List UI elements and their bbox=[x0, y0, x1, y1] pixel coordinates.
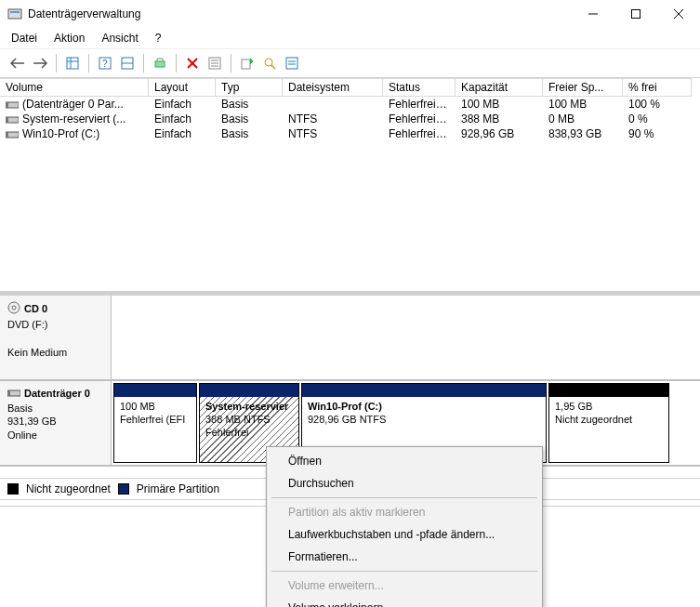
legend-swatch-primary bbox=[118, 483, 129, 495]
menu-bar: Datei Aktion Ansicht ? bbox=[0, 28, 700, 49]
svg-line-22 bbox=[271, 65, 275, 69]
app-icon bbox=[7, 7, 22, 21]
disk-cd-line3: Kein Medium bbox=[7, 347, 67, 358]
svg-rect-31 bbox=[6, 132, 8, 138]
col-type[interactable]: Typ bbox=[216, 78, 283, 97]
layout-icon[interactable] bbox=[117, 53, 138, 73]
properties-icon[interactable] bbox=[205, 53, 225, 73]
svg-rect-20 bbox=[242, 59, 250, 69]
view-grid-icon[interactable] bbox=[62, 53, 83, 73]
table-row[interactable]: (Datenträger 0 Par...EinfachBasisFehlerf… bbox=[0, 97, 700, 112]
svg-text:?: ? bbox=[102, 59, 108, 69]
close-button[interactable] bbox=[657, 0, 700, 28]
table-row[interactable]: System-reserviert (...EinfachBasisNTFSFe… bbox=[0, 112, 700, 126]
ctx-mark-active: Partition als aktiv markieren bbox=[270, 501, 539, 523]
hdd-icon bbox=[7, 388, 20, 402]
svg-rect-27 bbox=[6, 102, 8, 108]
table-row[interactable]: Win10-Prof (C:)EinfachBasisNTFSFehlerfre… bbox=[0, 126, 700, 141]
partition[interactable]: 1,95 GBNicht zugeordnet bbox=[548, 383, 669, 463]
svg-point-21 bbox=[265, 59, 272, 66]
window-title: Datenträgerverwaltung bbox=[28, 7, 572, 20]
svg-rect-6 bbox=[67, 58, 78, 69]
col-volume[interactable]: Volume bbox=[0, 78, 149, 97]
volume-table-header: Volume Layout Typ Dateisystem Status Kap… bbox=[0, 78, 700, 97]
col-layout[interactable]: Layout bbox=[149, 78, 216, 97]
search-icon[interactable] bbox=[259, 53, 280, 73]
disk0-size: 931,39 GB bbox=[7, 416, 57, 427]
refresh-icon[interactable] bbox=[237, 53, 258, 73]
svg-rect-3 bbox=[632, 10, 641, 19]
list-icon[interactable] bbox=[282, 53, 302, 73]
help-icon[interactable]: ? bbox=[95, 53, 115, 73]
minimize-button[interactable] bbox=[572, 0, 614, 28]
col-capacity[interactable]: Kapazität bbox=[456, 78, 543, 97]
svg-point-33 bbox=[12, 306, 16, 310]
menu-action[interactable]: Aktion bbox=[54, 32, 85, 45]
svg-rect-0 bbox=[8, 9, 21, 19]
ctx-change-letter[interactable]: Laufwerkbuchstaben und -pfade ändern... bbox=[270, 523, 539, 546]
forward-button[interactable] bbox=[30, 53, 50, 73]
ctx-format[interactable]: Formatieren... bbox=[270, 546, 539, 547]
title-bar: Datenträgerverwaltung bbox=[0, 0, 700, 28]
maximize-button[interactable] bbox=[614, 0, 657, 28]
scan-icon[interactable] bbox=[150, 53, 170, 73]
col-status[interactable]: Status bbox=[383, 78, 456, 97]
disk-cd-title: CD 0 bbox=[24, 303, 47, 314]
svg-rect-13 bbox=[155, 61, 165, 67]
disk0-type: Basis bbox=[7, 402, 33, 414]
menu-file[interactable]: Datei bbox=[11, 32, 37, 45]
disk-cd-line2: DVD (F:) bbox=[7, 319, 47, 330]
disk0-state: Online bbox=[7, 429, 37, 441]
back-button[interactable] bbox=[7, 53, 28, 73]
svg-rect-23 bbox=[286, 58, 297, 69]
disk0-title: Datenträger 0 bbox=[24, 388, 90, 399]
volume-table-body[interactable]: (Datenträger 0 Par...EinfachBasisFehlerf… bbox=[0, 97, 700, 292]
legend-primary: Primäre Partition bbox=[137, 482, 219, 495]
partition[interactable]: 100 MBFehlerfrei (EFI bbox=[113, 383, 197, 463]
col-filesystem[interactable]: Dateisystem bbox=[283, 78, 383, 97]
toolbar: ? bbox=[0, 49, 700, 78]
context-menu: Öffnen Durchsuchen Partition als aktiv m… bbox=[266, 446, 543, 547]
svg-rect-35 bbox=[7, 390, 10, 396]
menu-view[interactable]: Ansicht bbox=[101, 32, 138, 45]
ctx-browse[interactable]: Durchsuchen bbox=[270, 472, 539, 495]
svg-rect-1 bbox=[10, 11, 20, 13]
volume-table: Volume Layout Typ Dateisystem Status Kap… bbox=[0, 78, 700, 292]
menu-help[interactable]: ? bbox=[155, 32, 162, 45]
disk-row-cd[interactable]: CD 0 DVD (F:) Kein Medium bbox=[0, 296, 700, 381]
svg-rect-29 bbox=[6, 117, 8, 123]
legend-unallocated: Nicht zugeordnet bbox=[26, 482, 111, 495]
delete-icon[interactable] bbox=[182, 53, 203, 73]
ctx-open[interactable]: Öffnen bbox=[270, 450, 539, 472]
col-pct[interactable]: % frei bbox=[623, 78, 692, 97]
cd-icon bbox=[7, 301, 20, 318]
col-free[interactable]: Freier Sp... bbox=[543, 78, 623, 97]
legend-swatch-unallocated bbox=[7, 483, 19, 495]
